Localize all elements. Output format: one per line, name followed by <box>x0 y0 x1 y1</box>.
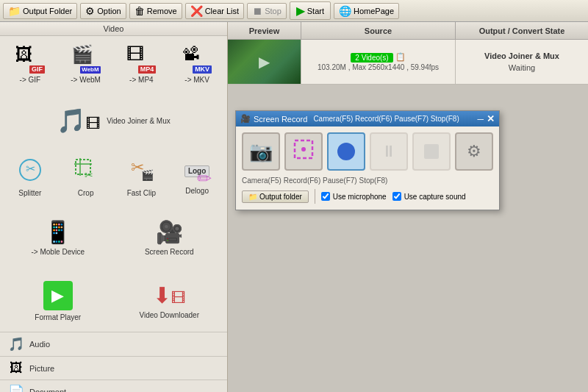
source-badge: 2 Video(s) <box>351 53 392 62</box>
table-row: 2 Video(s) 📋 103.20M , Max 2560x1440 , 5… <box>228 40 588 85</box>
mobile-device-item[interactable]: 📱 -> Moble Device <box>3 208 113 267</box>
status-badge: Waiting <box>509 63 535 72</box>
format-player-label: Format Player <box>35 313 81 321</box>
format-player-item[interactable]: ▶ Format Player <box>3 271 113 330</box>
document-label: Document <box>29 388 66 392</box>
dialog-footer-subtitle: Camera(F5) Record(F6) Pause(F7) Stop(F8) <box>242 177 387 185</box>
mp4-icon: MP4 🎞 <box>126 46 156 74</box>
picture-nav-item[interactable]: 🖼 Picture <box>0 356 227 379</box>
audio-label: Audio <box>29 340 50 349</box>
remove-button[interactable]: 🗑 Remove <box>129 3 182 19</box>
sidebar: Video GIF 🖼 -> GIF WebM 🎬 <box>0 22 228 392</box>
source-cell: 2 Video(s) 📋 103.20M , Max 2560x1440 , 5… <box>301 40 456 84</box>
output-state-value: Video Joiner & Mux <box>484 51 559 60</box>
webm-item[interactable]: WebM 🎬 -> WebM <box>59 39 113 90</box>
camera-icon: 📷 <box>249 140 273 163</box>
record-dot-icon <box>337 143 355 160</box>
pause-button[interactable]: ⏸ <box>370 132 408 171</box>
dialog-icon-buttons: 📷 <box>242 132 493 171</box>
source-detail: 103.20M , Max 2560x1440 , 59.94fps <box>318 63 439 71</box>
dialog-icon: 🎥 <box>240 114 251 124</box>
video-section-header: Video <box>0 22 227 36</box>
output-folder-button[interactable]: 📁 Output Folder <box>3 3 77 19</box>
remove-icon: 🗑 <box>135 5 145 17</box>
video-format-grid: GIF 🖼 -> GIF WebM 🎬 -> WebM <box>0 36 227 93</box>
gear-icon: ⚙ <box>85 5 95 17</box>
folder-small-icon: 📁 <box>248 193 257 201</box>
gif-label: -> GIF <box>20 76 41 84</box>
fast-clip-item[interactable]: ✂ 🎬 Fast Clip <box>115 151 169 202</box>
mp4-label: -> MP4 <box>129 76 154 84</box>
clear-list-button[interactable]: ❌ Clear List <box>185 3 244 19</box>
player-download-grid: ▶ Format Player ⬇🎞 Video Downloader <box>0 268 227 332</box>
mkv-label: -> MKV <box>184 76 209 84</box>
webm-label: -> WebM <box>71 76 101 84</box>
start-button[interactable]: ▶ Start <box>290 1 331 20</box>
home-icon: 🌐 <box>339 5 351 17</box>
document-nav-item[interactable]: 📄 Document <box>0 379 227 392</box>
crop-label: Crop <box>78 189 94 197</box>
dialog-titlebar: 🎥 Screen Record Camera(F5) Record(F6) Pa… <box>236 111 499 126</box>
audio-nav-item[interactable]: 🎵 Audio <box>0 332 227 356</box>
splitter-item[interactable]: ✂ Splitter <box>3 151 57 202</box>
mkv-icon: MKV 📽 <box>182 46 212 74</box>
splitter-label: Splitter <box>18 189 41 197</box>
video-joiner-label: Video Joiner & Mux <box>107 117 171 125</box>
dialog-body: 📷 <box>236 126 499 210</box>
output-state-header: Output / Convert State <box>456 22 588 39</box>
video-downloader-icon: ⬇🎞 <box>153 282 186 308</box>
option-button[interactable]: ⚙ Option <box>80 3 126 19</box>
separator <box>315 189 315 204</box>
pause-icon: ⏸ <box>381 142 397 161</box>
use-capture-sound-checkbox-label[interactable]: Use capture sound <box>392 192 466 201</box>
video-joiner-item[interactable]: 🎵🎞 Video Joiner & Mux <box>3 95 224 146</box>
preview-cell <box>228 40 301 84</box>
video-joiner-icon: 🎵🎞 <box>57 107 101 135</box>
dialog-subtitle-titlebar: Camera(F5) Record(F6) Pause(F7) Stop(F8) <box>313 115 459 123</box>
dialog-options-row: 📁 Output folder Use microphone Use captu… <box>242 189 493 204</box>
delogo-icon: Logo ✏ <box>184 158 210 185</box>
svg-text:✂: ✂ <box>25 163 35 175</box>
dialog-minimize-button[interactable]: ─ <box>477 114 484 124</box>
svg-point-9 <box>301 147 306 152</box>
preview-header: Preview <box>228 22 301 39</box>
stop-dialog-button[interactable] <box>412 132 451 171</box>
output-folder-dialog-button[interactable]: 📁 Output folder <box>242 190 309 203</box>
edit-tools-grid: ✂ Splitter ✂ Crop <box>0 148 227 205</box>
gif-item[interactable]: GIF 🖼 -> GIF <box>3 39 57 90</box>
screen-record-sidebar-label: Screen Record <box>145 248 194 256</box>
camera-button[interactable]: 📷 <box>242 132 280 171</box>
screen-record-dialog: 🎥 Screen Record Camera(F5) Record(F6) Pa… <box>235 110 500 210</box>
fast-clip-label: Fast Clip <box>127 189 156 197</box>
use-microphone-checkbox[interactable] <box>321 192 330 201</box>
folder-icon: 📁 <box>8 5 21 17</box>
preview-thumbnail <box>228 40 301 84</box>
webm-icon: WebM 🎬 <box>71 46 101 74</box>
picture-label: Picture <box>29 364 54 373</box>
select-region-button[interactable] <box>284 132 323 171</box>
record-button[interactable] <box>327 132 365 171</box>
mp4-item[interactable]: MP4 🎞 -> MP4 <box>115 39 169 90</box>
svg-text:🎬: 🎬 <box>141 169 154 182</box>
video-downloader-label: Video Downloader <box>139 311 199 319</box>
start-icon: ▶ <box>296 4 305 18</box>
use-capture-sound-checkbox[interactable] <box>392 192 401 201</box>
svg-text:✂: ✂ <box>85 169 93 181</box>
settings-icon: ⚙ <box>467 142 481 161</box>
splitter-icon: ✂ <box>17 157 43 187</box>
settings-button[interactable]: ⚙ <box>455 132 493 171</box>
dialog-close-button[interactable]: ✕ <box>487 113 495 124</box>
dialog-footer: Camera(F5) Record(F6) Pause(F7) Stop(F8) <box>242 177 493 185</box>
screen-record-sidebar-item[interactable]: 🎥 Screen Record <box>115 208 225 267</box>
video-downloader-item[interactable]: ⬇🎞 Video Downloader <box>115 271 225 330</box>
picture-icon: 🖼 <box>7 360 25 376</box>
dialog-title: Screen Record <box>254 115 307 124</box>
crop-item[interactable]: ✂ Crop <box>59 151 113 202</box>
document-icon: 📄 <box>7 384 25 392</box>
mkv-item[interactable]: MKV 📽 -> MKV <box>170 39 224 90</box>
stop-button[interactable]: ⏹ Stop <box>247 3 287 19</box>
delogo-item[interactable]: Logo ✏ Delogo <box>170 151 224 202</box>
use-microphone-checkbox-label[interactable]: Use microphone <box>321 192 387 201</box>
homepage-button[interactable]: 🌐 HomePage <box>334 3 399 19</box>
clear-icon: ❌ <box>190 5 203 17</box>
